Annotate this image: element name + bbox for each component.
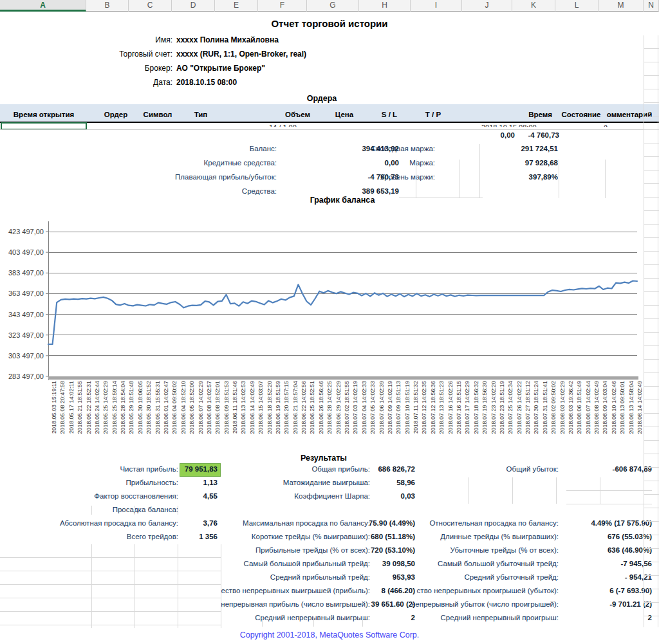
result-label: Средний убыточный трейд: <box>412 572 559 583</box>
result-label: Самый большой прибыльный трейд: <box>212 558 370 569</box>
column-header-M[interactable]: M <box>599 0 644 12</box>
x-axis-label: 2018.07.12 14:02:35 <box>420 381 428 449</box>
x-axis-label: 2018.05.29 18:51:48 <box>127 381 135 449</box>
orders-clipped-row: 14 / 1.002018.10.15 08:00й <box>0 123 659 127</box>
x-axis-label: 2018.06.18 18:52:20 <box>266 381 274 449</box>
grid-line <box>658 35 658 627</box>
x-axis-label: 2018.06.26 18:56:46 <box>317 381 325 449</box>
result-label: Чистая прибыль: <box>19 464 178 475</box>
x-axis-label: 2018.07.23 14:02:20 <box>490 381 497 449</box>
y-axis-label: 303 497,00 <box>0 351 44 361</box>
result-value: 676 (55.03%) <box>578 531 652 542</box>
balance-label: Баланс: <box>97 143 277 154</box>
column-header-C[interactable]: C <box>129 0 172 12</box>
y-axis-label: 343 497,00 <box>0 309 44 320</box>
grid-line <box>262 616 263 627</box>
orders-header-cell: Объем <box>259 110 310 120</box>
x-axis-label: 2018.05.03 15:19:11 <box>50 381 58 449</box>
x-axis-label: 2018.08.13 14:58:04 <box>627 381 635 449</box>
result-value: 4.49% (17 575.90) <box>578 518 652 529</box>
result-label: непрерывный убыток (число проигрышей): <box>412 599 559 610</box>
y-axis-label: 323 497,00 <box>0 330 44 340</box>
column-header-F[interactable]: F <box>258 0 307 12</box>
x-axis-label: 2018.05.17 14:02:11 <box>68 381 75 449</box>
result-label: Прибыльность: <box>19 477 178 488</box>
column-header-L[interactable]: L <box>555 0 599 12</box>
result-value: -7 945,56 <box>578 558 652 569</box>
x-axis-label: 2018.05.08 20:47:58 <box>59 381 66 449</box>
orders-partial-value: -4 760,73 <box>518 131 559 140</box>
result-value: 686 826,72 <box>348 464 415 475</box>
result-label: Самый большой убыточный трейд: <box>412 558 559 569</box>
column-header-K[interactable]: K <box>512 0 555 12</box>
column-header-A[interactable]: A <box>0 0 86 12</box>
info-value: xxxxx (RUR, 1:1, Open-Broker, real) <box>176 49 498 59</box>
result-label: Длинные трейды (% выигравших): <box>412 531 559 542</box>
result-value: 636 (46.90%) <box>578 545 652 556</box>
x-axis-label: 2018.06.08 14:02:57 <box>205 381 213 449</box>
result-label: Относительная просадка по балансу: <box>412 518 559 529</box>
info-value: АО "Открытие Брокер" <box>176 63 498 73</box>
x-axis-label: 2018.08.03 19:36:42 <box>567 381 575 449</box>
x-axis-label: 2018.06.11 18:51:46 <box>231 381 239 449</box>
column-header-E[interactable]: E <box>215 0 258 12</box>
result-value: 58,96 <box>348 477 415 488</box>
result-value: 4,55 <box>167 491 218 502</box>
grid-line <box>469 477 469 504</box>
column-header-D[interactable]: D <box>172 0 215 12</box>
page-title: Отчет торговой истории <box>201 17 458 30</box>
result-value: - 954,21 <box>578 572 652 583</box>
x-axis-label: 2018.06.22 14:02:56 <box>300 381 308 449</box>
y-axis-label: 363 497,00 <box>0 288 44 299</box>
chart-title: График баланса <box>278 195 407 206</box>
x-axis-label: 2018.06.07 14:02:29 <box>197 381 205 449</box>
column-header-I[interactable]: I <box>411 0 462 12</box>
y-axis-label: 383 497,00 <box>0 268 44 278</box>
column-header-B[interactable]: B <box>86 0 129 12</box>
result-value: 953,93 <box>348 572 415 583</box>
x-axis-label: 2018.07.18 18:56:32 <box>472 381 480 449</box>
grid-line <box>605 160 606 198</box>
x-axis-label: 2018.08.10 14:02:46 <box>610 381 618 449</box>
result-label: Матожидание выигрыша: <box>212 477 370 488</box>
column-header-J[interactable]: J <box>462 0 512 12</box>
x-axis-label: 2018.08.06 18:51:49 <box>575 381 583 449</box>
x-axis-label: 2018.07.09 14:02:19 <box>386 381 394 449</box>
column-header-N[interactable]: N <box>644 0 659 12</box>
balance-label: Средства: <box>97 186 277 196</box>
result-label: Коэффициент Шарпа: <box>212 491 370 502</box>
result-value: 39 098,50 <box>348 558 415 569</box>
result-label: Средний непрерывный выигрыш: <box>212 612 370 623</box>
result-value: 2 <box>578 612 652 623</box>
result-label: ство непрерывных проигрышей (убыток): <box>412 585 559 596</box>
x-axis-label: 2018.06.19 18:51:59 <box>274 381 282 449</box>
x-axis-label: 2018.07.25 14:02:34 <box>506 381 514 449</box>
x-axis-label: 2018.06.13 14:02:53 <box>239 381 247 449</box>
x-axis-label: 2018.07.10 18:51:19 <box>404 381 411 449</box>
column-header-G[interactable]: G <box>307 0 359 12</box>
x-axis-label: 2018.08.13 09:50:01 <box>618 381 626 449</box>
result-label: Фактор восстановления: <box>19 491 178 502</box>
x-axis-label: 2018.05.30 18:06:05 <box>136 381 144 449</box>
result-label: ество непрерывных выигрышей (прибыль): <box>212 585 370 596</box>
x-axis-label: 2018.08.03 14:02:29 <box>559 381 566 449</box>
spreadsheet-report-page: { "sheet": { "columns": ["A","B","C","D"… <box>0 0 659 644</box>
result-label: Короткие трейды (% выигравших): <box>212 531 370 542</box>
balance-label: Свободная маржа: <box>306 143 435 154</box>
result-label: Всего трейдов: <box>19 531 178 542</box>
x-axis-label: 2018.07.05 14:02:33 <box>369 381 376 449</box>
result-label: Средний непрерывный проигрыш: <box>412 612 559 623</box>
column-header-H[interactable]: H <box>359 0 411 12</box>
result-value: 680 (51.18%) <box>348 531 415 542</box>
x-axis-label: 2018.05.21 18:51:55 <box>76 381 84 449</box>
balance-value: 291 724,51 <box>455 143 558 154</box>
x-axis-label: 2018.06.09 18:51:53 <box>223 381 230 449</box>
result-label: Максимальная просадка по балансу: <box>212 518 370 529</box>
x-axis-label: 2018.08.07 14:02:44 <box>584 381 592 449</box>
column-header-strip: ABCDEFGHIJKLMN <box>0 0 659 12</box>
result-value: -606 874,89 <box>578 464 652 475</box>
result-value: 720 (53.10%) <box>348 545 415 556</box>
x-axis-label: 2018.05.30 18:51:52 <box>145 381 153 449</box>
grid-line <box>479 144 480 198</box>
x-axis-label: 2018.07.16 18:51:15 <box>455 381 463 449</box>
